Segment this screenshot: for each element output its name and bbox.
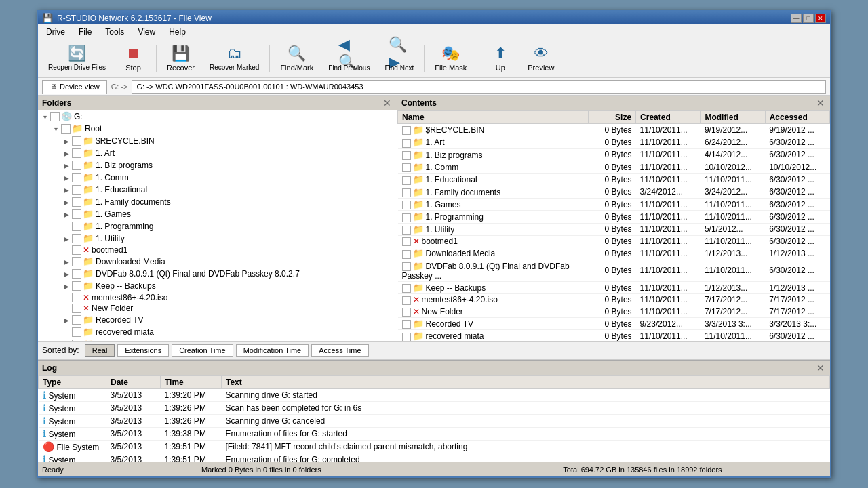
sort-access-time-button[interactable]: Access Time (311, 344, 368, 357)
tree-checkbox[interactable] (72, 304, 81, 313)
col-header-created[interactable]: Created (636, 111, 701, 124)
row-checkbox[interactable] (402, 226, 411, 235)
log-table[interactable]: Type Date Time Text ℹSystem3/5/20131:39:… (38, 375, 830, 462)
row-checkbox[interactable] (402, 176, 411, 185)
col-header-name[interactable]: Name (398, 111, 589, 124)
up-button[interactable]: ⬆ Up (481, 42, 519, 75)
row-checkbox[interactable] (402, 284, 411, 293)
menu-tools[interactable]: Tools (100, 26, 130, 38)
table-row[interactable]: 📁DVDFab 8.0.9.1 (Qt) Final and DVDFab Pa… (398, 260, 830, 281)
tree-item[interactable]: ▶📁Downloaded Media (38, 256, 397, 268)
table-row[interactable]: 📁1. Comm0 Bytes11/10/2011...10/10/2012..… (398, 161, 830, 173)
reopen-drive-files-button[interactable]: 🔄 Reopen Drive Files (42, 42, 112, 75)
tree-checkbox[interactable] (72, 161, 81, 170)
log-close-button[interactable]: ✕ (815, 363, 826, 373)
tree-expand[interactable]: ▶ (61, 174, 72, 182)
tree-expand[interactable]: ▶ (61, 211, 72, 218)
tree-checkbox[interactable] (72, 315, 81, 325)
tree-checkbox[interactable] (72, 281, 81, 291)
table-row[interactable]: ✕New Folder0 Bytes11/10/2011...7/17/2012… (398, 306, 830, 317)
tree-item[interactable]: ▶📁Keep -- Backups (38, 280, 397, 292)
log-col-date[interactable]: Date (106, 376, 161, 389)
tree-expand[interactable]: ▶ (61, 283, 72, 290)
tree-item[interactable]: ▶📁DVDFab 8.0.9.1 (Qt) Final and DVDFab P… (38, 268, 397, 280)
table-row[interactable]: 📁Keep -- Backups0 Bytes11/10/2011...1/12… (398, 281, 830, 293)
tree-item[interactable]: 📁1. Programming (38, 220, 397, 232)
log-col-type[interactable]: Type (39, 376, 106, 389)
tree-item[interactable]: ▶📁$RECYCLE.BIN (38, 135, 397, 147)
preview-button[interactable]: 👁 Preview (521, 42, 560, 75)
tree-item[interactable]: ▶📁1. Educational (38, 184, 397, 196)
row-checkbox[interactable] (402, 237, 411, 246)
contents-table[interactable]: Name Size Created Modified Accessed 📁$RE… (397, 110, 830, 341)
tree-expand[interactable]: ▶ (61, 317, 72, 324)
folders-tree[interactable]: ▾ 💿 G: ▾ 📁 Root ▶📁$RECYCLE.BIN▶📁1. Art▶📁… (38, 110, 397, 341)
file-mask-button[interactable]: 🎭 File Mask (429, 42, 473, 75)
table-row[interactable]: 📁Recorded TV0 Bytes9/23/2012...3/3/2013 … (398, 317, 830, 329)
tree-checkbox-g[interactable] (50, 112, 60, 121)
tree-checkbox[interactable] (72, 222, 81, 231)
tree-expand[interactable]: ▶ (61, 138, 72, 145)
folders-close-button[interactable]: ✕ (382, 98, 393, 108)
tree-expand-g[interactable]: ▾ (39, 113, 50, 121)
tree-item[interactable]: ▶📁1. Family documents (38, 196, 397, 208)
tree-checkbox[interactable] (72, 269, 81, 279)
tree-item[interactable]: 📁recovered miata (38, 326, 397, 338)
tree-expand[interactable]: ▶ (61, 162, 72, 169)
row-checkbox[interactable] (402, 308, 411, 317)
tree-expand-root[interactable]: ▾ (50, 125, 61, 133)
row-checkbox[interactable] (402, 320, 411, 329)
row-checkbox[interactable] (402, 333, 411, 341)
tree-item-g-drive[interactable]: ▾ 💿 G: (38, 110, 397, 123)
table-row[interactable]: 📁1. Biz programs0 Bytes11/10/2011...4/14… (398, 148, 830, 161)
col-header-modified[interactable]: Modified (701, 111, 765, 124)
tree-item[interactable]: ▶📁1. Games (38, 208, 397, 220)
menu-help[interactable]: Help (163, 26, 191, 38)
row-checkbox[interactable] (402, 151, 411, 160)
find-mark-button[interactable]: 🔍 Find/Mark (274, 42, 319, 75)
table-row[interactable]: 📁1. Family documents0 Bytes3/24/2012...3… (398, 186, 830, 198)
log-col-text[interactable]: Text (222, 376, 830, 389)
close-button[interactable]: ✕ (815, 14, 826, 23)
tree-checkbox[interactable] (72, 234, 81, 243)
table-row[interactable]: 📁1. Programming0 Bytes11/10/2011...11/10… (398, 211, 830, 223)
row-checkbox[interactable] (402, 126, 411, 135)
row-checkbox[interactable] (402, 188, 411, 197)
sort-modification-time-button[interactable]: Modification Time (236, 344, 309, 357)
tree-expand[interactable]: ▶ (61, 186, 72, 194)
tree-item[interactable]: ✕memtest86+-4.20.iso (38, 292, 397, 303)
tree-expand[interactable]: ▶ (61, 270, 72, 278)
maximize-button[interactable]: □ (803, 14, 814, 23)
tree-expand[interactable]: ▶ (61, 199, 72, 206)
find-next-button[interactable]: 🔍▶ Find Next (378, 42, 420, 75)
tree-item[interactable]: ✕bootmed1 (38, 245, 397, 256)
tree-checkbox[interactable] (72, 327, 81, 337)
table-row[interactable]: ✕memtest86+-4.20.iso0 Bytes11/10/2011...… (398, 294, 830, 306)
recover-button[interactable]: 💾 Recover (161, 42, 201, 75)
table-row[interactable]: 📁1. Games0 Bytes11/10/2011...11/10/2011.… (398, 198, 830, 210)
tree-checkbox[interactable] (72, 245, 81, 255)
tree-checkbox[interactable] (72, 173, 81, 182)
table-row[interactable]: 📁1. Educational0 Bytes11/10/2011...11/10… (398, 174, 830, 186)
tree-item[interactable]: ▶📁Recorded TV (38, 314, 397, 326)
table-row[interactable]: ✕bootmed10 Bytes11/10/2011...11/10/2011.… (398, 235, 830, 247)
tree-expand[interactable]: ▶ (61, 258, 72, 266)
tree-checkbox[interactable] (72, 257, 81, 266)
tree-item[interactable]: ▶📁1. Biz programs (38, 159, 397, 171)
table-row[interactable]: 📁1. Art0 Bytes11/10/2011...6/24/2012...6… (398, 136, 830, 148)
contents-close-button[interactable]: ✕ (815, 98, 826, 108)
tree-expand[interactable]: ▶ (61, 235, 72, 243)
device-view-tab[interactable]: 🖥 Device view (42, 80, 107, 94)
table-row[interactable]: 📁Downloaded Media0 Bytes11/10/2011...1/1… (398, 247, 830, 260)
sort-extensions-button[interactable]: Extensions (117, 344, 169, 357)
tree-checkbox[interactable] (72, 148, 81, 158)
minimize-button[interactable]: — (791, 14, 802, 23)
tree-item-root[interactable]: ▾ 📁 Root (38, 123, 397, 135)
row-checkbox[interactable] (402, 250, 411, 259)
row-checkbox[interactable] (402, 262, 411, 271)
tree-item[interactable]: ▶📁1. Utility (38, 232, 397, 245)
tree-checkbox[interactable] (72, 293, 81, 302)
table-row[interactable]: 📁$RECYCLE.BIN0 Bytes11/10/2011...9/19/20… (398, 124, 830, 136)
log-col-time[interactable]: Time (161, 376, 222, 389)
col-header-size[interactable]: Size (588, 111, 635, 124)
